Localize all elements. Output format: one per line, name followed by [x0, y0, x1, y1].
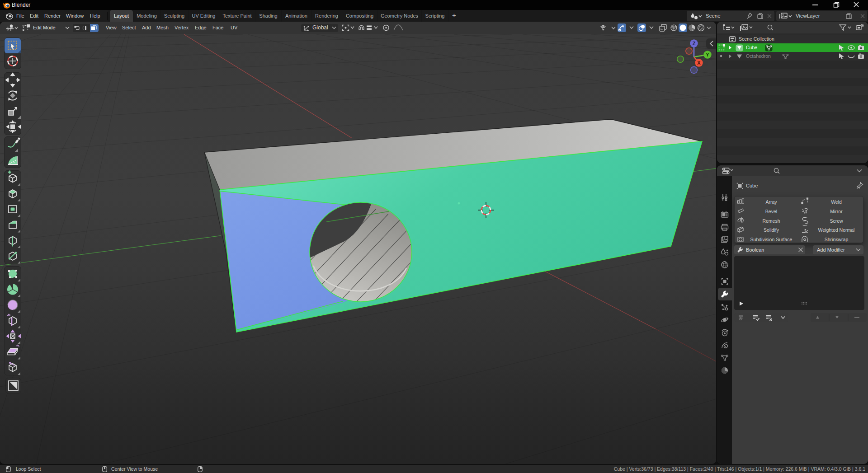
svg-text:Y: Y [706, 52, 709, 57]
svg-text:Z: Z [693, 41, 696, 46]
svg-text:X: X [697, 60, 701, 66]
